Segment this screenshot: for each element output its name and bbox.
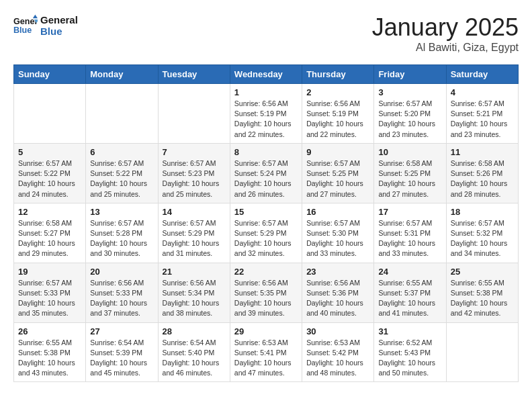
- day-number: 15: [234, 207, 298, 217]
- day-number: 14: [163, 207, 226, 217]
- weekday-header-saturday: Saturday: [446, 65, 518, 84]
- day-info: Sunrise: 6:56 AMSunset: 5:19 PMDaylight:…: [234, 99, 298, 140]
- calendar-cell: 4Sunrise: 6:57 AMSunset: 5:21 PMDaylight…: [446, 84, 518, 144]
- calendar-cell: 20Sunrise: 6:56 AMSunset: 5:33 PMDayligh…: [86, 263, 158, 322]
- day-number: 9: [306, 147, 369, 157]
- day-info: Sunrise: 6:56 AMSunset: 5:36 PMDaylight:…: [306, 278, 369, 319]
- day-info: Sunrise: 6:58 AMSunset: 5:25 PMDaylight:…: [378, 158, 441, 199]
- calendar-week-row: 5Sunrise: 6:57 AMSunset: 5:22 PMDaylight…: [14, 143, 519, 203]
- day-info: Sunrise: 6:53 AMSunset: 5:41 PMDaylight:…: [234, 338, 298, 379]
- day-number: 16: [306, 207, 369, 217]
- calendar-week-row: 19Sunrise: 6:57 AMSunset: 5:33 PMDayligh…: [14, 263, 519, 322]
- calendar-cell: 29Sunrise: 6:53 AMSunset: 5:41 PMDayligh…: [230, 322, 302, 382]
- day-number: 5: [18, 147, 81, 157]
- calendar-cell: [158, 84, 230, 144]
- calendar-cell: 8Sunrise: 6:57 AMSunset: 5:24 PMDaylight…: [230, 143, 302, 203]
- day-info: Sunrise: 6:57 AMSunset: 5:22 PMDaylight:…: [18, 158, 81, 199]
- day-info: Sunrise: 6:57 AMSunset: 5:30 PMDaylight:…: [306, 218, 369, 259]
- logo-blue: Blue: [40, 26, 78, 37]
- day-info: Sunrise: 6:57 AMSunset: 5:22 PMDaylight:…: [90, 158, 153, 199]
- calendar-cell: 24Sunrise: 6:55 AMSunset: 5:37 PMDayligh…: [374, 263, 446, 322]
- day-info: Sunrise: 6:55 AMSunset: 5:38 PMDaylight:…: [451, 278, 514, 319]
- day-info: Sunrise: 6:56 AMSunset: 5:35 PMDaylight:…: [234, 278, 298, 319]
- weekday-header-wednesday: Wednesday: [230, 65, 302, 84]
- day-number: 11: [451, 147, 514, 157]
- day-number: 21: [163, 267, 226, 277]
- calendar-cell: 1Sunrise: 6:56 AMSunset: 5:19 PMDaylight…: [230, 84, 302, 144]
- day-info: Sunrise: 6:57 AMSunset: 5:33 PMDaylight:…: [18, 278, 81, 319]
- day-info: Sunrise: 6:57 AMSunset: 5:29 PMDaylight:…: [163, 218, 226, 259]
- day-number: 6: [90, 147, 153, 157]
- day-info: Sunrise: 6:57 AMSunset: 5:32 PMDaylight:…: [451, 218, 514, 259]
- day-number: 7: [163, 147, 226, 157]
- page-header: General Blue General Blue January 2025 A…: [13, 13, 519, 54]
- calendar-table: SundayMondayTuesdayWednesdayThursdayFrid…: [13, 64, 519, 382]
- calendar-cell: 9Sunrise: 6:57 AMSunset: 5:25 PMDaylight…: [302, 143, 374, 203]
- calendar-cell: 28Sunrise: 6:54 AMSunset: 5:40 PMDayligh…: [158, 322, 230, 382]
- weekday-header-sunday: Sunday: [14, 65, 86, 84]
- title-block: January 2025 Al Bawiti, Giza, Egypt: [372, 13, 519, 54]
- logo-icon: General Blue: [13, 13, 38, 38]
- calendar-cell: 21Sunrise: 6:56 AMSunset: 5:34 PMDayligh…: [158, 263, 230, 322]
- day-number: 3: [378, 87, 441, 97]
- day-info: Sunrise: 6:55 AMSunset: 5:37 PMDaylight:…: [378, 278, 441, 319]
- day-number: 23: [306, 267, 369, 277]
- calendar-cell: 15Sunrise: 6:57 AMSunset: 5:29 PMDayligh…: [230, 203, 302, 263]
- day-info: Sunrise: 6:53 AMSunset: 5:42 PMDaylight:…: [306, 338, 369, 379]
- weekday-header-monday: Monday: [86, 65, 158, 84]
- logo: General Blue General Blue: [13, 13, 78, 38]
- day-info: Sunrise: 6:56 AMSunset: 5:34 PMDaylight:…: [163, 278, 226, 319]
- calendar-cell: 23Sunrise: 6:56 AMSunset: 5:36 PMDayligh…: [302, 263, 374, 322]
- calendar-cell: 17Sunrise: 6:57 AMSunset: 5:31 PMDayligh…: [374, 203, 446, 263]
- calendar-cell: 31Sunrise: 6:52 AMSunset: 5:43 PMDayligh…: [374, 322, 446, 382]
- calendar-cell: 30Sunrise: 6:53 AMSunset: 5:42 PMDayligh…: [302, 322, 374, 382]
- logo-general: General: [40, 14, 78, 26]
- day-number: 13: [90, 207, 153, 217]
- weekday-header-tuesday: Tuesday: [158, 65, 230, 84]
- day-number: 17: [378, 207, 441, 217]
- day-number: 28: [163, 326, 226, 336]
- calendar-cell: 11Sunrise: 6:58 AMSunset: 5:26 PMDayligh…: [446, 143, 518, 203]
- calendar-cell: [446, 322, 518, 382]
- calendar-week-row: 12Sunrise: 6:58 AMSunset: 5:27 PMDayligh…: [14, 203, 519, 263]
- calendar-cell: 13Sunrise: 6:57 AMSunset: 5:28 PMDayligh…: [86, 203, 158, 263]
- day-number: 26: [18, 326, 81, 336]
- calendar-subtitle: Al Bawiti, Giza, Egypt: [372, 42, 519, 54]
- day-number: 1: [234, 87, 298, 97]
- calendar-cell: 2Sunrise: 6:56 AMSunset: 5:19 PMDaylight…: [302, 84, 374, 144]
- calendar-cell: 26Sunrise: 6:55 AMSunset: 5:38 PMDayligh…: [14, 322, 86, 382]
- day-info: Sunrise: 6:57 AMSunset: 5:29 PMDaylight:…: [234, 218, 298, 259]
- calendar-cell: [14, 84, 86, 144]
- calendar-cell: 19Sunrise: 6:57 AMSunset: 5:33 PMDayligh…: [14, 263, 86, 322]
- day-info: Sunrise: 6:56 AMSunset: 5:19 PMDaylight:…: [306, 99, 369, 140]
- day-number: 12: [18, 207, 81, 217]
- day-info: Sunrise: 6:55 AMSunset: 5:38 PMDaylight:…: [18, 338, 81, 379]
- day-number: 22: [234, 267, 298, 277]
- calendar-title: January 2025: [372, 13, 519, 42]
- calendar-week-row: 1Sunrise: 6:56 AMSunset: 5:19 PMDaylight…: [14, 84, 519, 144]
- day-info: Sunrise: 6:57 AMSunset: 5:25 PMDaylight:…: [306, 158, 369, 199]
- calendar-cell: 10Sunrise: 6:58 AMSunset: 5:25 PMDayligh…: [374, 143, 446, 203]
- day-info: Sunrise: 6:57 AMSunset: 5:21 PMDaylight:…: [451, 99, 514, 140]
- calendar-cell: 22Sunrise: 6:56 AMSunset: 5:35 PMDayligh…: [230, 263, 302, 322]
- weekday-header-thursday: Thursday: [302, 65, 374, 84]
- day-number: 4: [451, 87, 514, 97]
- calendar-cell: 18Sunrise: 6:57 AMSunset: 5:32 PMDayligh…: [446, 203, 518, 263]
- day-number: 18: [451, 207, 514, 217]
- day-info: Sunrise: 6:57 AMSunset: 5:23 PMDaylight:…: [163, 158, 226, 199]
- day-number: 29: [234, 326, 298, 336]
- day-info: Sunrise: 6:57 AMSunset: 5:28 PMDaylight:…: [90, 218, 153, 259]
- day-number: 20: [90, 267, 153, 277]
- day-number: 2: [306, 87, 369, 97]
- day-number: 30: [306, 326, 369, 336]
- calendar-cell: 3Sunrise: 6:57 AMSunset: 5:20 PMDaylight…: [374, 84, 446, 144]
- day-info: Sunrise: 6:56 AMSunset: 5:33 PMDaylight:…: [90, 278, 153, 319]
- weekday-header-row: SundayMondayTuesdayWednesdayThursdayFrid…: [14, 65, 519, 84]
- day-info: Sunrise: 6:57 AMSunset: 5:20 PMDaylight:…: [378, 99, 441, 140]
- day-info: Sunrise: 6:54 AMSunset: 5:40 PMDaylight:…: [163, 338, 226, 379]
- day-info: Sunrise: 6:57 AMSunset: 5:31 PMDaylight:…: [378, 218, 441, 259]
- day-info: Sunrise: 6:54 AMSunset: 5:39 PMDaylight:…: [90, 338, 153, 379]
- day-number: 25: [451, 267, 514, 277]
- day-info: Sunrise: 6:58 AMSunset: 5:26 PMDaylight:…: [451, 158, 514, 199]
- calendar-cell: 14Sunrise: 6:57 AMSunset: 5:29 PMDayligh…: [158, 203, 230, 263]
